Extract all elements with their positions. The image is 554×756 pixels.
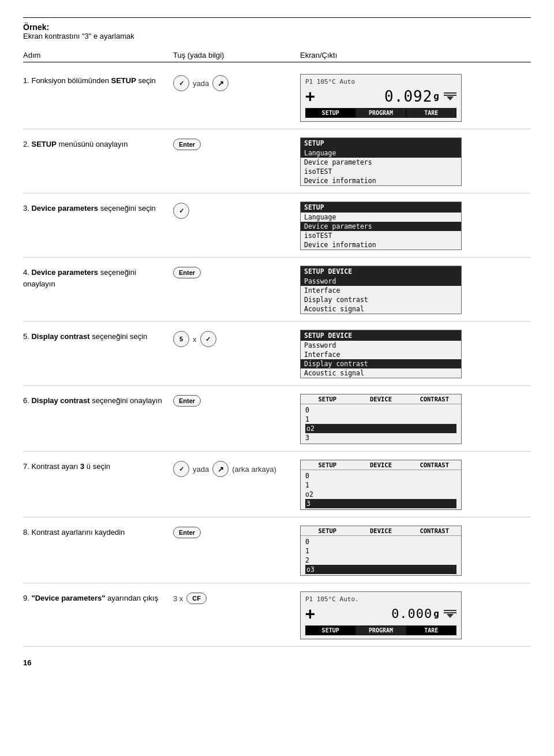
step-label-4: 4. Device parameters seçeneğini onaylayı…: [23, 265, 173, 289]
menu-display-3: SETUPLanguageDevice parametersisoTESTDev…: [300, 202, 462, 250]
example-title: Örnek:: [23, 23, 531, 32]
step-key-6: Enter: [173, 393, 300, 407]
screen-area-8: SETUPDEVICECONTRAST012o3: [300, 524, 531, 576]
step-row-9: 9. "Device parameters" ayarından çıkış3 …: [23, 583, 531, 647]
example-subtitle: Ekran kontrastını "3" e ayarlamak: [23, 32, 531, 40]
screen-area-4: SETUP DEVICEPasswordInterfaceDisplay con…: [300, 265, 531, 314]
step-row-7: 7. Kontrast ayarı 3 ü seçin✓yada↗(arka a…: [23, 452, 531, 517]
menu-display-2: SETUPLanguageDevice parametersisoTESTDev…: [300, 137, 462, 186]
step-key-4: Enter: [173, 265, 300, 278]
step-label-3: 3. Device parameters seçeneğini seçin: [23, 200, 173, 214]
step-label-7: 7. Kontrast ayarı 3 ü seçin: [23, 459, 173, 472]
step-label-6: 6. Display contrast seçeneğini onaylayın: [23, 393, 173, 407]
step-row-3: 3. Device parameters seçeneğini seçin✓SE…: [23, 193, 531, 258]
step-key-5: 5x✓: [173, 329, 300, 347]
step-row-4: 4. Device parameters seçeneğini onaylayı…: [23, 258, 531, 322]
step-key-9: 3 xCF: [173, 590, 300, 604]
scale-display: P1 105°C Auto.+0.000gSETUPPROGRAMTARE: [300, 591, 462, 639]
step-label-5: 5. Display contrast seçeneğini seçin: [23, 329, 173, 342]
step-row-2: 2. SETUP menüsünü onaylayınEnterSETUPLan…: [23, 129, 531, 193]
menu-display-4: SETUP DEVICEPasswordInterfaceDisplay con…: [300, 266, 462, 314]
page-number: 16: [23, 658, 531, 667]
step-label-9: 9. "Device parameters" ayarından çıkış: [23, 590, 173, 604]
top-divider: [23, 17, 531, 18]
screen-area-9: P1 105°C Auto.+0.000gSETUPPROGRAMTARE: [300, 590, 531, 639]
col-key: Tuş (yada bilgi): [173, 51, 300, 59]
scale-display: P1 105°C Auto+0.092gSETUPPROGRAMTARE: [300, 74, 462, 122]
menu-display-5: SETUP DEVICEPasswordInterfaceDisplay con…: [300, 330, 462, 378]
contrast-display-8: SETUPDEVICECONTRAST012o3: [300, 526, 462, 576]
col-step: Adım: [23, 51, 173, 59]
step-row-1: 1. Fonksiyon bölümünden SETUP seçin✓yada…: [23, 66, 531, 129]
step-key-3: ✓: [173, 200, 300, 219]
screen-area-2: SETUPLanguageDevice parametersisoTESTDev…: [300, 136, 531, 186]
step-label-8: 8. Kontrast ayarlarını kaydedin: [23, 524, 173, 538]
screen-area-5: SETUP DEVICEPasswordInterfaceDisplay con…: [300, 329, 531, 378]
col-screen: Ekran/Çıktı: [300, 51, 531, 59]
step-key-8: Enter: [173, 524, 300, 538]
table-header: Adım Tuş (yada bilgi) Ekran/Çıktı: [23, 51, 531, 62]
screen-area-6: SETUPDEVICECONTRAST01o23: [300, 393, 531, 444]
step-row-6: 6. Display contrast seçeneğini onaylayın…: [23, 386, 531, 452]
screen-area-7: SETUPDEVICECONTRAST01o23: [300, 459, 531, 510]
steps-container: 1. Fonksiyon bölümünden SETUP seçin✓yada…: [23, 66, 531, 647]
contrast-display-6: SETUPDEVICECONTRAST01o23: [300, 394, 462, 444]
step-row-8: 8. Kontrast ayarlarını kaydedinEnterSETU…: [23, 517, 531, 583]
contrast-display-7: SETUPDEVICECONTRAST01o23: [300, 460, 462, 510]
step-key-2: Enter: [173, 136, 300, 150]
screen-area-3: SETUPLanguageDevice parametersisoTESTDev…: [300, 200, 531, 250]
step-label-1: 1. Fonksiyon bölümünden SETUP seçin: [23, 73, 173, 87]
screen-area-1: P1 105°C Auto+0.092gSETUPPROGRAMTARE: [300, 73, 531, 122]
step-row-5: 5. Display contrast seçeneğini seçin5x✓S…: [23, 322, 531, 386]
step-label-2: 2. SETUP menüsünü onaylayın: [23, 136, 173, 150]
step-key-7: ✓yada↗(arka arkaya): [173, 459, 300, 477]
example-section: Örnek: Ekran kontrastını "3" e ayarlamak: [23, 23, 531, 40]
step-key-1: ✓yada↗: [173, 73, 300, 91]
